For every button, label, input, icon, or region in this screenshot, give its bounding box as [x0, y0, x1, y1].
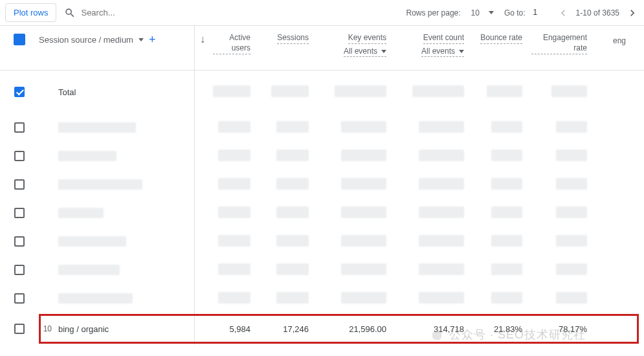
- table-row: [0, 256, 644, 284]
- search-field[interactable]: [64, 7, 406, 19]
- rows-per-page-label: Rows per page:: [406, 8, 461, 17]
- table-row: [0, 227, 644, 256]
- dimension-picker[interactable]: Session source / medium +: [39, 30, 194, 45]
- col-key-events[interactable]: Key events All events: [315, 30, 393, 57]
- col-engagement-rate[interactable]: Engagement rate: [529, 30, 594, 57]
- dimension-label: Session source / medium: [39, 35, 133, 45]
- row-checkbox[interactable]: [14, 293, 25, 304]
- table-toolbar: Plot rows Rows per page: 10 Go to: 1-10 …: [0, 0, 644, 26]
- table-row: [0, 199, 644, 227]
- sort-indicator[interactable]: ↓: [195, 30, 210, 45]
- table-row: [0, 142, 644, 170]
- goto-input[interactable]: [532, 7, 550, 18]
- row-checkbox[interactable]: [14, 265, 25, 275]
- prev-page-icon[interactable]: [557, 6, 570, 19]
- row-checkbox[interactable]: [14, 324, 25, 334]
- chevron-down-icon: [381, 50, 386, 53]
- row-checkbox[interactable]: [14, 122, 25, 133]
- chevron-down-icon: [139, 38, 144, 41]
- cell-bounce-rate: 21.83%: [471, 324, 529, 334]
- row-checkbox[interactable]: [14, 179, 25, 190]
- cell-key-events: 21,596.00: [315, 324, 393, 334]
- cell-active-users: 5,984: [195, 324, 257, 334]
- dimension-cell[interactable]: 10 bing / organic: [39, 324, 194, 334]
- table-row: [0, 284, 644, 313]
- row-checkbox[interactable]: [14, 87, 25, 97]
- select-all-indicator[interactable]: [14, 34, 25, 45]
- total-label: Total: [58, 87, 76, 97]
- plot-rows-button[interactable]: Plot rows: [5, 3, 56, 22]
- dimension-value: bing / organic: [58, 324, 109, 334]
- cell-sessions: 17,246: [257, 324, 315, 334]
- table-row-highlighted: 10 bing / organic 5,984 17,246 21,596.00…: [0, 313, 644, 345]
- row-checkbox[interactable]: [14, 151, 25, 161]
- col-sessions[interactable]: Sessions: [257, 30, 315, 57]
- table-row: [0, 113, 644, 142]
- col-event-count[interactable]: Event count All events: [393, 30, 471, 57]
- table-header: Session source / medium + ↓ Active users…: [0, 26, 644, 71]
- cell-event-count: 314,718: [393, 324, 471, 334]
- rows-per-page-value: 10: [471, 8, 480, 17]
- rows-per-page-select[interactable]: 10: [467, 7, 498, 19]
- row-checkbox[interactable]: [14, 208, 25, 218]
- add-dimension-button[interactable]: +: [149, 34, 156, 45]
- row-index: 10: [39, 324, 52, 333]
- next-page-icon[interactable]: [626, 6, 639, 19]
- col-overflow: eng: [594, 30, 632, 57]
- col-bounce-rate[interactable]: Bounce rate: [471, 30, 529, 57]
- chevron-down-icon: [459, 50, 464, 53]
- search-icon: [64, 7, 76, 19]
- table-row-total: Total: [0, 71, 644, 113]
- search-input[interactable]: [80, 7, 196, 18]
- page-range-label: 1-10 of 3635: [576, 8, 619, 17]
- row-checkbox[interactable]: [14, 236, 25, 247]
- cell-engagement-rate: 78.17%: [529, 324, 594, 334]
- table-row: [0, 170, 644, 199]
- goto-label: Go to:: [504, 8, 526, 17]
- col-active-users[interactable]: Active users: [210, 30, 257, 57]
- dimension-cell: Total: [39, 87, 194, 97]
- chevron-down-icon: [489, 11, 494, 14]
